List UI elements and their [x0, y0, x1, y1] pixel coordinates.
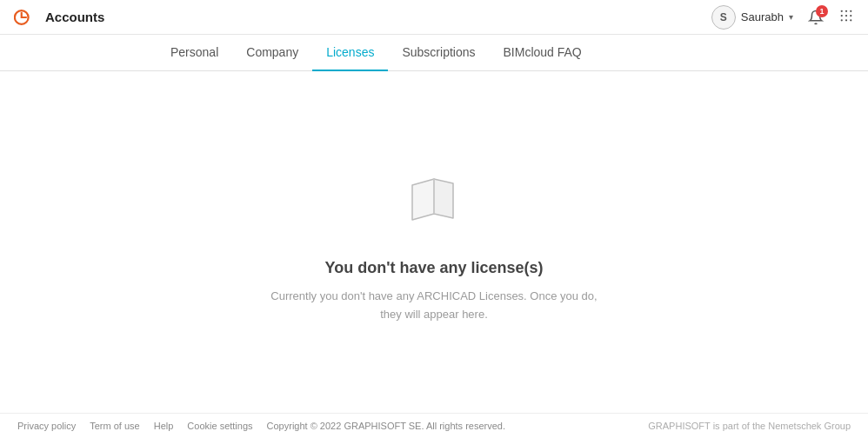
user-section[interactable]: S Saurabh ▾ [711, 5, 793, 30]
footer-privacy-policy[interactable]: Privacy policy [17, 421, 76, 431]
footer-cookie-settings[interactable]: Cookie settings [187, 421, 252, 431]
svg-point-5 [845, 14, 847, 16]
footer: Privacy policy Term of use Help Cookie s… [0, 413, 868, 438]
footer-right-text: GRAPHISOFT is part of the Nemetschek Gro… [648, 421, 851, 431]
chevron-down-icon: ▾ [789, 12, 793, 22]
tab-company[interactable]: Company [232, 35, 312, 71]
notification-badge: 1 [816, 5, 828, 17]
svg-point-7 [841, 19, 843, 21]
avatar: S [711, 5, 736, 30]
footer-help[interactable]: Help [154, 421, 174, 431]
empty-state-illustration [399, 166, 469, 236]
tab-personal[interactable]: Personal [157, 35, 232, 71]
footer-copyright: Copyright © 2022 GRAPHISOFT SE. All righ… [267, 421, 505, 431]
svg-point-1 [841, 10, 843, 11]
svg-point-3 [850, 10, 851, 11]
svg-marker-11 [434, 179, 453, 218]
empty-title: You don't have any license(s) [324, 259, 543, 277]
grid-icon[interactable] [838, 8, 854, 27]
tab-bimcloud-faq[interactable]: BIMcloud FAQ [490, 35, 596, 71]
svg-marker-10 [412, 179, 434, 220]
graphisoft-logo-icon [14, 5, 38, 30]
svg-point-4 [841, 14, 843, 16]
header-left: Accounts [14, 5, 104, 30]
tab-subscriptions[interactable]: Subscriptions [388, 35, 489, 71]
empty-description: Currently you don't have any ARCHICAD Li… [270, 288, 597, 324]
svg-point-6 [850, 14, 851, 16]
main-content: You don't have any license(s) Currently … [0, 71, 868, 402]
svg-point-8 [845, 19, 847, 21]
footer-term-of-use[interactable]: Term of use [90, 421, 139, 431]
logo: Accounts [14, 5, 104, 30]
header-right: S Saurabh ▾ 1 [711, 5, 854, 30]
license-empty-icon [399, 166, 469, 238]
footer-links: Privacy policy Term of use Help Cookie s… [17, 421, 505, 431]
header: Accounts S Saurabh ▾ 1 [0, 0, 868, 35]
svg-point-2 [845, 10, 847, 11]
app-title: Accounts [45, 10, 104, 24]
apps-icon [838, 8, 854, 23]
user-name: Saurabh [741, 10, 784, 23]
notification-button[interactable]: 1 [804, 5, 828, 30]
nav-tabs: Personal Company Licenses Subscriptions … [0, 35, 868, 71]
tab-licenses[interactable]: Licenses [312, 35, 388, 71]
svg-point-9 [850, 19, 851, 21]
